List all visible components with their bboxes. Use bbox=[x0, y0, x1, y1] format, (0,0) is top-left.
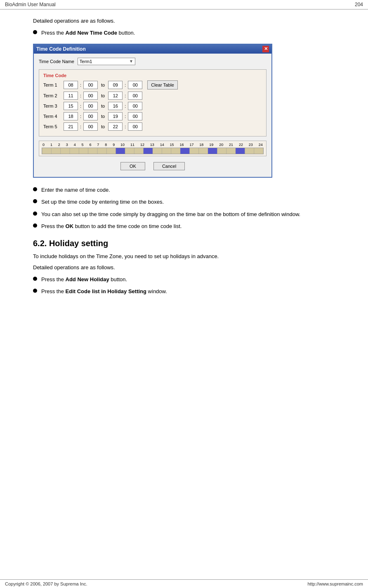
header-right: 204 bbox=[355, 2, 363, 7]
bold-add-new-time-code: Add New Time Code bbox=[66, 30, 117, 36]
section-number: 6.2. bbox=[33, 239, 47, 248]
time-code-name-row: Time Code Name Term1 ▼ bbox=[39, 58, 267, 65]
bold-add-new-holiday: Add New Holiday bbox=[66, 276, 109, 282]
header-left: BioAdmin User Manual bbox=[5, 2, 56, 7]
term-row-4: Term 4 18 : 00 to 19 : 00 bbox=[43, 112, 262, 120]
bullet-dot bbox=[33, 30, 37, 34]
term-2-from-m[interactable]: 00 bbox=[83, 92, 98, 100]
section-intro-text: To include holidays on the Time Zone, yo… bbox=[33, 253, 343, 259]
bullet-text-add-new-holiday: Press the Add New Holiday button. bbox=[41, 275, 127, 284]
bullet-add-new-time-code: Press the Add New Time Code button. bbox=[33, 29, 343, 37]
term-2-to-m[interactable]: 00 bbox=[128, 92, 142, 100]
time-bar-svg bbox=[42, 148, 263, 154]
time-bar-numbers: 0 1 2 3 4 5 6 7 8 9 10 11 12 13 bbox=[42, 143, 264, 147]
svg-rect-4 bbox=[208, 148, 217, 154]
time-code-group: Time Code Term 1 08 : 00 to 09 : 00 Clea… bbox=[39, 69, 267, 136]
intro-text: Detailed operations are as follows. bbox=[33, 18, 343, 24]
svg-rect-1 bbox=[116, 148, 125, 154]
term-5-from-h[interactable]: 21 bbox=[64, 122, 78, 131]
dialog-close-button[interactable]: ✕ bbox=[262, 46, 269, 52]
page-footer: Copyright © 2006, 2007 by Suprema Inc. h… bbox=[0, 579, 368, 588]
section-title: Holiday setting bbox=[49, 239, 108, 248]
bullet-text-press-ok: Press the OK button to add the time code… bbox=[41, 222, 182, 230]
term-2-label: Term 2 bbox=[43, 93, 62, 98]
term-2-from-h[interactable]: 11 bbox=[64, 92, 78, 100]
term-4-from-m[interactable]: 00 bbox=[83, 112, 98, 120]
term-4-to-h[interactable]: 19 bbox=[108, 112, 123, 120]
term-row-3: Term 3 15 : 00 to 16 : 00 bbox=[43, 102, 262, 110]
bullet-enter-name: Enter the name of time code. bbox=[33, 186, 343, 194]
bullet-dot-3 bbox=[33, 199, 37, 203]
bold-ok: OK bbox=[66, 223, 74, 229]
term-1-to-h[interactable]: 09 bbox=[108, 81, 123, 89]
clear-table-button[interactable]: Clear Table bbox=[147, 80, 177, 89]
term-1-from-h[interactable]: 08 bbox=[64, 81, 78, 89]
time-code-name-select[interactable]: Term1 ▼ bbox=[78, 58, 135, 65]
bold-edit-code-list: Edit Code list in Holiday Setting bbox=[66, 288, 146, 294]
bullet-add-new-holiday: Press the Add New Holiday button. bbox=[33, 275, 343, 284]
bullet-set-up-time: Set up the time code by entering time on… bbox=[33, 198, 343, 206]
bullet-text-dragging: You can also set up the time code simply… bbox=[41, 210, 300, 219]
dialog-title: Time Code Definition bbox=[36, 46, 86, 52]
group-label: Time Code bbox=[43, 73, 262, 78]
page-content: Detailed operations are as follows. Pres… bbox=[0, 9, 368, 308]
term-row-2: Term 2 11 : 00 to 12 : 00 bbox=[43, 92, 262, 100]
term-2-to-h[interactable]: 12 bbox=[108, 92, 123, 100]
dialog-body: Time Code Name Term1 ▼ Time Code Term 1 … bbox=[34, 54, 271, 177]
bullet-dot-4 bbox=[33, 212, 37, 216]
term-3-from-h[interactable]: 15 bbox=[64, 102, 78, 110]
dialog-wrapper: Time Code Definition ✕ Time Code Name Te… bbox=[33, 44, 343, 178]
bullet-text-enter-name: Enter the name of time code. bbox=[41, 186, 110, 194]
bullet-dot-6 bbox=[33, 277, 37, 281]
time-bar-track[interactable] bbox=[42, 148, 264, 154]
ok-button[interactable]: OK bbox=[120, 162, 145, 170]
term-1-label: Term 1 bbox=[43, 82, 62, 87]
term-4-to-m[interactable]: 00 bbox=[128, 112, 142, 120]
term-3-label: Term 3 bbox=[43, 103, 62, 108]
bullet-text-edit-code-list: Press the Edit Code list in Holiday Sett… bbox=[41, 287, 167, 296]
time-bar-section: 0 1 2 3 4 5 6 7 8 9 10 11 12 13 bbox=[39, 141, 267, 156]
bullet-dragging: You can also set up the time code simply… bbox=[33, 210, 343, 219]
term-5-label: Term 5 bbox=[43, 124, 62, 129]
term-3-from-m[interactable]: 00 bbox=[83, 102, 98, 110]
time-code-name-label: Time Code Name bbox=[39, 59, 74, 64]
page-header: BioAdmin User Manual 204 bbox=[0, 0, 368, 9]
term-5-to-m[interactable]: 00 bbox=[128, 122, 142, 131]
term-4-label: Term 4 bbox=[43, 114, 62, 119]
footer-left: Copyright © 2006, 2007 by Suprema Inc. bbox=[5, 581, 87, 586]
bullet-dot-5 bbox=[33, 223, 37, 228]
term-5-from-m[interactable]: 00 bbox=[83, 122, 98, 131]
term-3-to-m[interactable]: 00 bbox=[128, 102, 142, 110]
term-row-5: Term 5 21 : 00 to 22 : 00 bbox=[43, 122, 262, 131]
term-3-to-h[interactable]: 16 bbox=[108, 102, 123, 110]
select-arrow-icon: ▼ bbox=[129, 59, 133, 64]
svg-rect-2 bbox=[144, 148, 153, 154]
term-4-from-h[interactable]: 18 bbox=[64, 112, 78, 120]
bullet-text-set-up-time: Set up the time code by entering time on… bbox=[41, 198, 164, 206]
term-1-from-m[interactable]: 00 bbox=[83, 81, 98, 89]
dialog-titlebar: Time Code Definition ✕ bbox=[34, 45, 271, 54]
term-row-1: Term 1 08 : 00 to 09 : 00 Clear Table bbox=[43, 80, 262, 89]
time-code-definition-dialog: Time Code Definition ✕ Time Code Name Te… bbox=[33, 44, 272, 178]
time-code-name-value: Term1 bbox=[80, 59, 92, 64]
term-5-to-h[interactable]: 22 bbox=[108, 122, 123, 131]
footer-right: http://www.supremainc.com bbox=[308, 581, 363, 586]
dialog-buttons: OK Cancel bbox=[39, 160, 267, 173]
svg-rect-5 bbox=[236, 148, 245, 154]
section-intro2-text: Detailed operations are as follows. bbox=[33, 264, 343, 270]
cancel-button[interactable]: Cancel bbox=[153, 162, 185, 170]
bullet-press-ok: Press the OK button to add the time code… bbox=[33, 222, 343, 230]
bullet-edit-code-list: Press the Edit Code list in Holiday Sett… bbox=[33, 287, 343, 296]
bullet-dot-2 bbox=[33, 187, 37, 191]
bullet-dot-7 bbox=[33, 289, 37, 293]
bullet-text-add-time-code: Press the Add New Time Code button. bbox=[41, 29, 135, 37]
section-heading-6-2: 6.2. Holiday setting bbox=[33, 239, 343, 248]
term-1-to-m[interactable]: 00 bbox=[128, 81, 142, 89]
svg-rect-3 bbox=[180, 148, 189, 154]
